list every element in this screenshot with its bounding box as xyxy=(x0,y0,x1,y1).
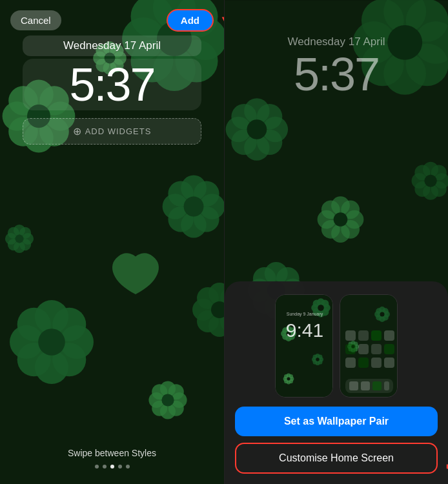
svg-point-100 xyxy=(334,212,348,227)
bottom-labels: Swipe between Styles xyxy=(0,448,224,469)
lock-screen-content: Wednesday 17 April 5:37 ⊕ ADD WIDGETS xyxy=(0,35,224,145)
svg-point-118 xyxy=(425,175,437,187)
lock-screen-preview: Sunday 9 January 9:41 xyxy=(275,294,333,398)
time-text: 5:37 xyxy=(69,59,154,110)
svg-point-128 xyxy=(318,305,324,311)
svg-rect-178 xyxy=(358,330,369,341)
svg-point-91 xyxy=(247,119,267,139)
svg-rect-192 xyxy=(372,381,382,390)
svg-rect-191 xyxy=(361,381,370,390)
svg-point-157 xyxy=(287,377,290,380)
svg-rect-181 xyxy=(345,344,356,354)
add-button[interactable]: Add xyxy=(167,9,214,32)
preview-home-svg xyxy=(340,295,398,398)
svg-rect-190 xyxy=(349,381,358,390)
svg-rect-188 xyxy=(384,358,394,368)
customise-home-button[interactable]: Customise Home Screen xyxy=(235,443,438,474)
swipe-text: Swipe between Styles xyxy=(68,448,156,458)
svg-rect-193 xyxy=(384,381,389,390)
svg-rect-184 xyxy=(384,344,394,354)
right-date-text: Wednesday 17 April xyxy=(288,35,385,48)
home-screen-preview xyxy=(340,294,398,398)
svg-text:Sunday 9 January: Sunday 9 January xyxy=(287,312,323,317)
svg-rect-182 xyxy=(358,344,369,354)
dot-2 xyxy=(103,465,107,469)
preview-lock-svg: Sunday 9 January 9:41 xyxy=(276,295,333,398)
top-bar: Cancel Add ▼ xyxy=(0,9,224,32)
plus-circle-icon: ⊕ xyxy=(73,125,81,137)
svg-rect-185 xyxy=(345,358,356,368)
date-text: Wednesday 17 April xyxy=(63,39,161,52)
dot-1 xyxy=(95,465,99,469)
right-time-text: 5:37 xyxy=(294,51,379,97)
svg-rect-186 xyxy=(358,358,369,368)
right-panel: Wednesday 17 April 5:37 xyxy=(224,0,448,484)
wallpaper-preview-row: Sunday 9 January 9:41 xyxy=(275,294,398,398)
svg-rect-177 xyxy=(345,330,356,341)
add-widgets-area[interactable]: ⊕ ADD WIDGETS xyxy=(23,118,202,145)
svg-point-167 xyxy=(380,312,385,317)
time-pill: 5:37 xyxy=(23,59,202,110)
svg-point-27 xyxy=(184,197,204,217)
date-pill: Wednesday 17 April xyxy=(23,35,202,56)
svg-point-45 xyxy=(161,394,174,406)
svg-point-63 xyxy=(15,235,24,243)
svg-point-36 xyxy=(38,328,65,356)
dots-row xyxy=(95,465,130,469)
svg-point-146 xyxy=(316,358,319,361)
svg-text:9:41: 9:41 xyxy=(286,319,323,341)
svg-rect-180 xyxy=(384,330,394,341)
svg-rect-183 xyxy=(371,344,382,354)
customise-arrow-icon: ↙ xyxy=(445,457,448,472)
svg-rect-187 xyxy=(371,358,382,368)
wallpaper-card: Sunday 9 January 9:41 xyxy=(225,281,448,484)
cancel-button[interactable]: Cancel xyxy=(10,10,61,30)
add-widgets-label: ADD WIDGETS xyxy=(85,126,152,136)
left-panel: Cancel Add ▼ Wednesday 17 April 5:37 ⊕ A… xyxy=(0,0,224,484)
set-wallpaper-button[interactable]: Set as Wallpaper Pair xyxy=(235,407,438,436)
svg-rect-179 xyxy=(371,330,382,341)
right-lock-content: Wednesday 17 April 5:37 xyxy=(225,35,448,97)
add-arrow-icon: ▼ xyxy=(219,12,224,29)
dot-5 xyxy=(126,465,130,469)
dot-3-active xyxy=(110,465,114,469)
dot-4 xyxy=(118,465,122,469)
